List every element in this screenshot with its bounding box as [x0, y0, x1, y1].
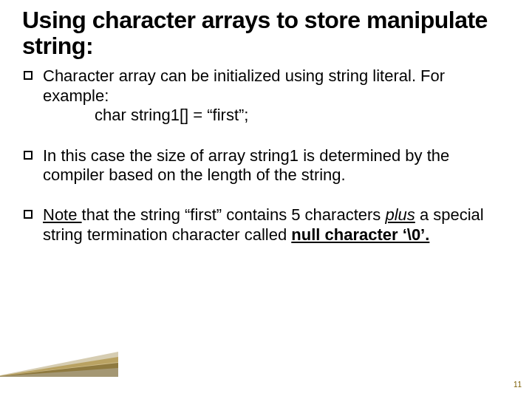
square-bullet-icon	[24, 210, 33, 219]
page-number: 11	[514, 381, 522, 389]
bullet-2: In this case the size of array string1 i…	[43, 146, 510, 185]
bullet-1-code: char string1[] = “first”;	[43, 106, 510, 125]
bullet-1: Character array can be initialized using…	[43, 66, 510, 125]
bullet-2-rest: this case the size of array string1 is d…	[43, 146, 449, 184]
null-character-label: null character ‘\0’.	[291, 225, 429, 244]
square-bullet-icon	[24, 151, 33, 160]
plus-word: plus	[385, 205, 415, 224]
body-content: Character array can be initialized using…	[22, 66, 510, 245]
bullet-3: Note that the string “first” contains 5 …	[43, 205, 510, 245]
bullet-3-mid1: that the string “first” contains 5 chara…	[82, 205, 386, 224]
wedge-decoration-icon	[0, 352, 118, 377]
bullet-2-lead: In	[43, 146, 56, 165]
page-title: Using character arrays to store manipula…	[22, 7, 510, 59]
bullet-1-lead: Character	[43, 66, 115, 85]
slide: Using character arrays to store manipula…	[0, 0, 532, 399]
note-label: Note	[43, 205, 82, 224]
square-bullet-icon	[24, 71, 33, 80]
